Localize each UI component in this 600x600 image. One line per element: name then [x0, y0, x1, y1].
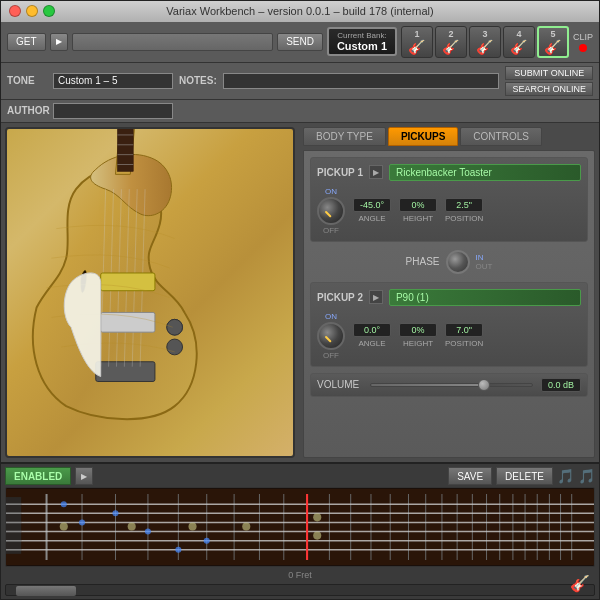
- pickup2-position-value: 7.0": [445, 323, 483, 337]
- maximize-button[interactable]: [43, 5, 55, 17]
- svg-point-59: [313, 513, 321, 521]
- bottom-play-button[interactable]: ▶: [75, 467, 93, 485]
- svg-point-10: [167, 319, 183, 335]
- pickup2-angle: 0.0° ANGLE: [353, 323, 391, 348]
- preset-btn-3[interactable]: 3 🎸: [469, 26, 501, 58]
- phase-knob-container: [446, 250, 470, 274]
- online-buttons: SUBMIT ONLINE SEARCH ONLINE: [505, 66, 593, 96]
- pickup2-section: PICKUP 2 ▶ P90 (1) ON OFF 0.0° ANGLE: [310, 282, 588, 367]
- pickup2-height-value: 0%: [399, 323, 437, 337]
- pickup2-angle-value: 0.0°: [353, 323, 391, 337]
- main-content: BODY TYPE PICKUPS CONTROLS PICKUP 1 ▶ Ri…: [1, 123, 599, 462]
- svg-point-73: [204, 538, 210, 544]
- volume-fill: [371, 384, 484, 386]
- pickup1-position: 2.5" POSITION: [445, 198, 483, 223]
- phase-in-out: IN OUT: [476, 253, 493, 271]
- guitar-logo-icon: 🎸: [570, 574, 590, 593]
- pickup1-label: PICKUP 1: [317, 167, 363, 178]
- search-online-button[interactable]: SEARCH ONLINE: [505, 82, 593, 96]
- pickup2-position: 7.0" POSITION: [445, 323, 483, 348]
- fret-icon-left: 🎵: [557, 468, 574, 484]
- pickup2-onoff: ON OFF: [317, 312, 345, 360]
- pickup1-angle-value: -45.0°: [353, 198, 391, 212]
- svg-point-74: [175, 547, 181, 553]
- svg-rect-62: [6, 497, 21, 554]
- pickup2-name[interactable]: P90 (1): [389, 289, 581, 306]
- tab-controls[interactable]: CONTROLS: [460, 127, 542, 146]
- tab-pickups[interactable]: PICKUPS: [388, 127, 458, 146]
- tone-label: TONE: [7, 75, 47, 86]
- pickup2-knob[interactable]: [317, 322, 345, 350]
- pickups-panel: PICKUP 1 ▶ Rickenbacker Toaster ON OFF -…: [303, 150, 595, 458]
- bank-label: Current Bank:: [335, 31, 389, 40]
- scrollbar-thumb[interactable]: [16, 586, 76, 596]
- svg-point-55: [60, 522, 68, 530]
- svg-point-57: [188, 522, 196, 530]
- svg-point-72: [145, 529, 151, 535]
- volume-section: VOLUME 0.0 dB: [310, 373, 588, 397]
- enabled-button[interactable]: ENABLED: [5, 467, 71, 485]
- pickup2-height: 0% HEIGHT: [399, 323, 437, 348]
- get-button[interactable]: GET: [7, 33, 46, 51]
- pickup2-header: PICKUP 2 ▶ P90 (1): [317, 289, 581, 306]
- preset-btn-4[interactable]: 4 🎸: [503, 26, 535, 58]
- tone-input[interactable]: [53, 73, 173, 89]
- window-title: Variax Workbench – version 0.0.1 – build…: [166, 5, 433, 17]
- author-input[interactable]: [53, 103, 173, 119]
- pickup1-knob[interactable]: [317, 197, 345, 225]
- preset-btn-5[interactable]: 5 🎸: [537, 26, 569, 58]
- tab-body-type[interactable]: BODY TYPE: [303, 127, 386, 146]
- volume-thumb[interactable]: [478, 379, 490, 391]
- main-window: Variax Workbench – version 0.0.1 – build…: [0, 0, 600, 600]
- phase-label: PHASE: [406, 256, 440, 267]
- fretboard[interactable]: [5, 487, 595, 567]
- phase-section: PHASE IN OUT: [310, 250, 588, 274]
- delete-button[interactable]: DELETE: [496, 467, 553, 485]
- svg-point-11: [167, 339, 183, 355]
- pickup2-play-button[interactable]: ▶: [369, 290, 383, 304]
- save-button[interactable]: SAVE: [448, 467, 492, 485]
- volume-value: 0.0 dB: [541, 378, 581, 392]
- minimize-button[interactable]: [26, 5, 38, 17]
- right-panel: BODY TYPE PICKUPS CONTROLS PICKUP 1 ▶ Ri…: [299, 123, 599, 462]
- bottom-scrollbar[interactable]: 🎸: [5, 584, 595, 596]
- fret-controls: 🎵 🎵: [557, 468, 595, 484]
- tab-bar: BODY TYPE PICKUPS CONTROLS: [303, 127, 595, 146]
- svg-rect-16: [117, 129, 133, 171]
- author-label: AUTHOR: [7, 105, 47, 116]
- pickup2-label: PICKUP 2: [317, 292, 363, 303]
- pickup2-controls: ON OFF 0.0° ANGLE 0% HEIGHT: [317, 312, 581, 360]
- svg-rect-0: [96, 361, 155, 381]
- preset-buttons: 1 🎸 2 🎸 3 🎸 4 🎸 5 🎸: [401, 26, 569, 58]
- svg-point-71: [79, 519, 85, 525]
- notes-input[interactable]: [223, 73, 500, 89]
- send-button[interactable]: SEND: [277, 33, 323, 51]
- bank-name: Custom 1: [335, 40, 389, 52]
- notes-label: NOTES:: [179, 75, 217, 86]
- toolbar-spacer: [72, 33, 274, 51]
- preset-btn-2[interactable]: 2 🎸: [435, 26, 467, 58]
- clip-indicator: CLIP: [573, 32, 593, 52]
- pickup1-angle: -45.0° ANGLE: [353, 198, 391, 223]
- pickup1-name[interactable]: Rickenbacker Toaster: [389, 164, 581, 181]
- author-row: AUTHOR: [1, 100, 599, 123]
- phase-knob[interactable]: [446, 250, 470, 274]
- transport-play-button[interactable]: ▶: [50, 33, 68, 51]
- current-bank-display: Current Bank: Custom 1: [327, 27, 397, 56]
- pickup1-position-value: 2.5": [445, 198, 483, 212]
- window-controls: [9, 5, 55, 17]
- bottom-section: ENABLED ▶ SAVE DELETE 🎵 🎵: [1, 462, 599, 599]
- svg-rect-21: [6, 489, 594, 565]
- pickup1-onoff: ON OFF: [317, 187, 345, 235]
- preset-btn-1[interactable]: 1 🎸: [401, 26, 433, 58]
- volume-slider[interactable]: [370, 383, 533, 387]
- clip-led: [579, 44, 587, 52]
- submit-online-button[interactable]: SUBMIT ONLINE: [505, 66, 593, 80]
- title-bar: Variax Workbench – version 0.0.1 – build…: [1, 1, 599, 22]
- volume-label: VOLUME: [317, 379, 362, 390]
- pickup1-play-button[interactable]: ▶: [369, 165, 383, 179]
- svg-point-70: [112, 510, 118, 516]
- bottom-toolbar: ENABLED ▶ SAVE DELETE 🎵 🎵: [5, 467, 595, 485]
- close-button[interactable]: [9, 5, 21, 17]
- svg-point-58: [242, 522, 250, 530]
